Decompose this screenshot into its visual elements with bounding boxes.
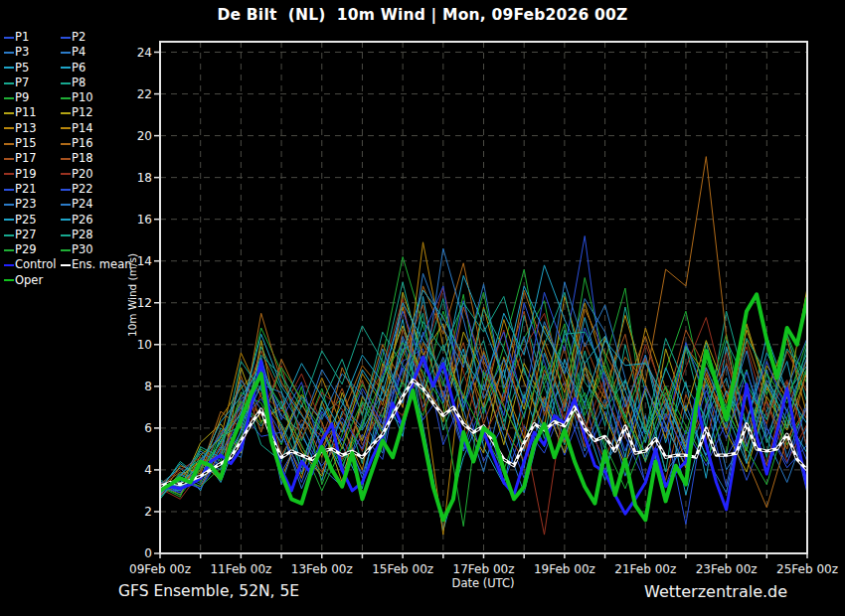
y-tick-label: 4 (116, 462, 152, 478)
x-tick-label: 11Feb 00z (199, 562, 282, 576)
y-tick-label: 18 (116, 170, 152, 186)
plot-wrap: 024681012141618202224 09Feb 00z11Feb 00z… (0, 0, 845, 616)
y-tick-label: 0 (116, 545, 152, 561)
x-tick-label: 19Feb 00z (523, 562, 606, 576)
chart-plot-area (160, 42, 807, 553)
y-tick-label: 2 (116, 504, 152, 520)
y-tick-label: 22 (116, 86, 152, 102)
y-tick-label: 20 (116, 128, 152, 144)
x-tick-label: 25Feb 00z (765, 562, 845, 576)
footer-model-label: GFS Ensemble, 52N, 5E (118, 582, 299, 600)
x-axis-title: Date (UTC) (419, 576, 548, 590)
x-tick-label: 15Feb 00z (361, 562, 444, 576)
x-tick-label: 21Feb 00z (603, 562, 687, 576)
meteogram-screenshot: De Bilt (NL) 10m Wind | Mon, 09Feb2026 0… (0, 0, 845, 616)
x-tick-label: 17Feb 00z (442, 562, 526, 576)
x-tick-label: 09Feb 00z (118, 562, 202, 576)
y-tick-label: 24 (116, 45, 152, 61)
y-tick-label: 6 (116, 420, 152, 436)
x-tick-label: 13Feb 00z (280, 562, 364, 576)
x-tick-label: 23Feb 00z (685, 562, 768, 576)
y-axis-title: 10m Wind (m/s) (126, 196, 138, 394)
footer-site-label: Wetterzentrale.de (644, 582, 787, 601)
